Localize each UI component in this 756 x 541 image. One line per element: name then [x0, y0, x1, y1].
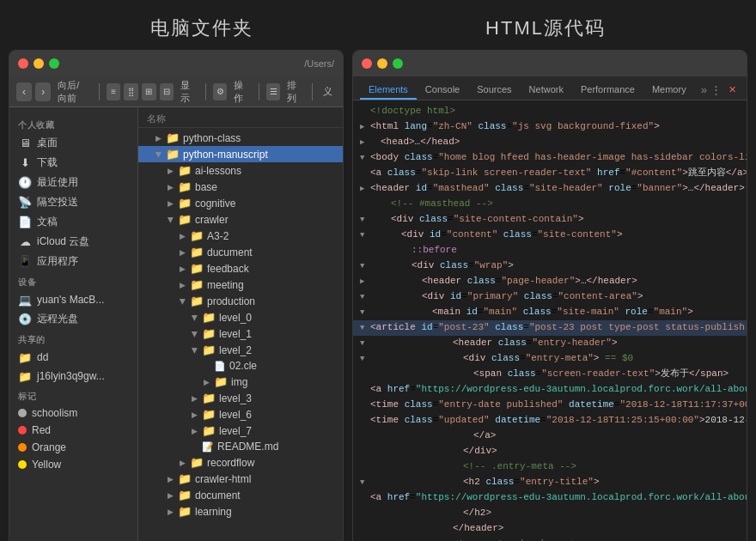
file-row[interactable]: ▶ 📁 level_7 — [138, 422, 343, 439]
tab-memory[interactable]: Memory — [643, 81, 695, 100]
code-text: </header> — [453, 521, 503, 537]
sort-btn[interactable]: ☰ — [266, 83, 281, 100]
file-row[interactable]: ▶ 📁 A3-2 — [138, 228, 343, 244]
close-devtools[interactable]: ✕ — [725, 84, 740, 95]
code-line-highlighted[interactable]: ▼ <article id="post-23" class="post-23 p… — [353, 320, 747, 336]
tab-elements[interactable]: Elements — [360, 81, 417, 100]
folder-icon: 📁 — [178, 197, 192, 210]
sidebar-item-apps[interactable]: 📱 应用程序 — [9, 252, 137, 271]
sidebar-item-icloud[interactable]: ☁ iCloud 云盘 — [9, 232, 137, 252]
view-columns-btn[interactable]: ⣿ — [124, 83, 138, 100]
code-line[interactable]: ▼ <div class="site-content-contain"> — [353, 212, 747, 228]
file-row-feedback[interactable]: ▶ 📁 feedback — [138, 260, 343, 277]
sidebar-item-desktop[interactable]: 🖥 桌面 — [9, 133, 137, 153]
sidebar-item-recent[interactable]: 🕐 最近使用 — [9, 173, 137, 192]
file-row[interactable]: ▶ 📁 level_0 — [138, 309, 343, 325]
sidebar-item-label: 隔空投送 — [37, 195, 78, 210]
file-row[interactable]: ▶ 📁 production — [138, 293, 343, 309]
code-line[interactable]: ▼ <h2 class="entry-title"> — [353, 475, 747, 490]
code-line[interactable]: ▶ <header id="masthead" class="site-head… — [353, 181, 747, 197]
folder-icon: 📁 — [202, 392, 216, 404]
expand-arrow: ▶ — [168, 508, 174, 516]
minimize-button[interactable] — [34, 58, 44, 69]
file-row[interactable]: ▶ 📁 python-class — [138, 130, 343, 146]
code-line[interactable]: ▼ <div id="content" class="site-content"… — [353, 228, 747, 243]
file-row[interactable]: ▶ 📁 img — [138, 374, 343, 390]
expand-arrow: ▶ — [168, 167, 174, 175]
file-row[interactable]: ▶ 📝 README.md — [138, 439, 343, 454]
tab-performance[interactable]: Performance — [572, 81, 643, 100]
code-line[interactable]: ▶ <html lang="zh-CN" class="js svg backg… — [353, 119, 747, 135]
back-button[interactable]: ‹ — [16, 82, 32, 101]
arrow: ▼ — [360, 260, 370, 272]
sidebar-item-label: iCloud 云盘 — [37, 234, 89, 249]
desktop-icon: 🖥 — [18, 137, 32, 150]
close-button-2[interactable] — [362, 58, 372, 69]
view-gallery-btn[interactable]: ⊞ — [142, 83, 156, 100]
code-line[interactable]: ▼ <body class="home blog hfeed has-heade… — [353, 150, 747, 166]
file-name: level_2 — [219, 344, 252, 356]
page-header: 电脑文件夹 HTML源代码 — [0, 0, 756, 50]
sidebar-item-documents[interactable]: 📄 文稿 — [9, 212, 137, 232]
file-name: README.md — [217, 441, 278, 453]
view-cover-btn[interactable]: ⊟ — [160, 83, 174, 100]
file-row[interactable]: ▶ 📁 document — [138, 487, 343, 503]
code-line[interactable]: ▼ <div id="primary" class="content-area"… — [353, 289, 747, 305]
code-line[interactable]: ▼ <div class="entry-meta"> == $0 — [353, 351, 747, 367]
file-row[interactable]: ▶ 📁 cognitive — [138, 195, 343, 211]
file-row[interactable]: ▶ 📁 crawler — [138, 211, 343, 228]
file-row[interactable]: ▶ 📁 level_3 — [138, 390, 343, 406]
sidebar-item-downloads[interactable]: ⬇ 下载 — [9, 153, 137, 173]
code-line[interactable]: ▶ <header class="page-header">…</header> — [353, 274, 747, 289]
shared-folder-icon-1: 📁 — [18, 350, 32, 364]
file-row[interactable]: ▶ 📄 02.cle — [138, 358, 343, 374]
file-row[interactable]: ▶ 📁 base — [138, 179, 343, 195]
sidebar-item-airdrop[interactable]: 📡 隔空投送 — [9, 192, 137, 212]
code-line[interactable]: ▼ <header class="entry-header"> — [353, 336, 747, 351]
expand-arrow: ▶ — [204, 378, 210, 386]
file-name: level_0 — [219, 312, 252, 324]
minimize-button-2[interactable] — [377, 58, 387, 69]
close-button[interactable] — [18, 58, 28, 69]
more-tabs-button[interactable]: » ⋮ ✕ — [701, 83, 740, 100]
toolbar-separator-2 — [205, 83, 206, 100]
file-row[interactable]: ▶ 📁 level_6 — [138, 406, 343, 422]
recent-icon: 🕐 — [18, 176, 32, 190]
forward-button[interactable]: › — [35, 82, 51, 101]
sidebar-item-tag-schoolism[interactable]: schoolism — [9, 404, 137, 422]
sidebar-item-dvd[interactable]: 💿 远程光盘 — [9, 309, 137, 329]
main-content: /Users/ ‹ › 向后/向前 ≡ ⣿ ⊞ ⊟ 显示 ⚙ 操作 ☰ 排列 — [0, 50, 756, 541]
view-list-btn[interactable]: ≡ — [107, 83, 121, 100]
file-row[interactable]: ▶ 📁 python-manuscript — [138, 146, 343, 162]
file-row[interactable]: ▶ 📁 recordflow — [138, 454, 343, 471]
sidebar-item-shared2[interactable]: 📁 j16lyin3q9gw... — [9, 367, 137, 386]
action-btn[interactable]: ⚙ — [213, 83, 228, 100]
code-line[interactable]: ▼ <main id="main" class="site-main" role… — [353, 305, 747, 320]
code-line[interactable]: ▼ <div class="wrap"> — [353, 258, 747, 274]
code-text: ::before — [412, 243, 457, 258]
file-row[interactable]: ▶ 📁 level_2 — [138, 342, 343, 358]
file-row[interactable]: ▶ 📁 ai-lessons — [138, 162, 343, 179]
tab-network[interactable]: Network — [521, 81, 572, 100]
file-row-learning[interactable]: ▶ 📁 learning — [138, 503, 343, 520]
sidebar-item-tag-orange[interactable]: Orange — [9, 439, 137, 456]
folder-icon: 📁 — [178, 505, 192, 518]
sidebar-item-tag-red[interactable]: Red — [9, 422, 137, 439]
arrow: ▶ — [360, 137, 370, 149]
tab-sources[interactable]: Sources — [468, 81, 520, 100]
finder-panel: /Users/ ‹ › 向后/向前 ≡ ⣿ ⊞ ⊟ 显示 ⚙ 操作 ☰ 排列 — [9, 50, 344, 541]
sidebar-item-dd[interactable]: 📁 dd — [9, 348, 137, 367]
sidebar-item-tag-yellow[interactable]: Yellow — [9, 456, 137, 473]
maximize-button[interactable] — [49, 58, 59, 69]
file-row[interactable]: ▶ 📁 meeting — [138, 277, 343, 293]
file-name: ai-lessons — [195, 165, 241, 177]
file-row[interactable]: ▶ 📁 crawler-html — [138, 471, 343, 487]
sidebar-item-mac[interactable]: 💻 yuan's MacB... — [9, 290, 137, 309]
tab-console[interactable]: Console — [417, 81, 468, 100]
code-line[interactable]: ▶ <head>…</head> — [353, 135, 747, 150]
file-row[interactable]: ▶ 📁 level_1 — [138, 325, 343, 342]
code-line: <!-- .entry-meta --> — [353, 459, 747, 475]
file-name: ducument — [207, 246, 253, 258]
file-row[interactable]: ▶ 📁 ducument — [138, 244, 343, 260]
maximize-button-2[interactable] — [393, 58, 403, 69]
